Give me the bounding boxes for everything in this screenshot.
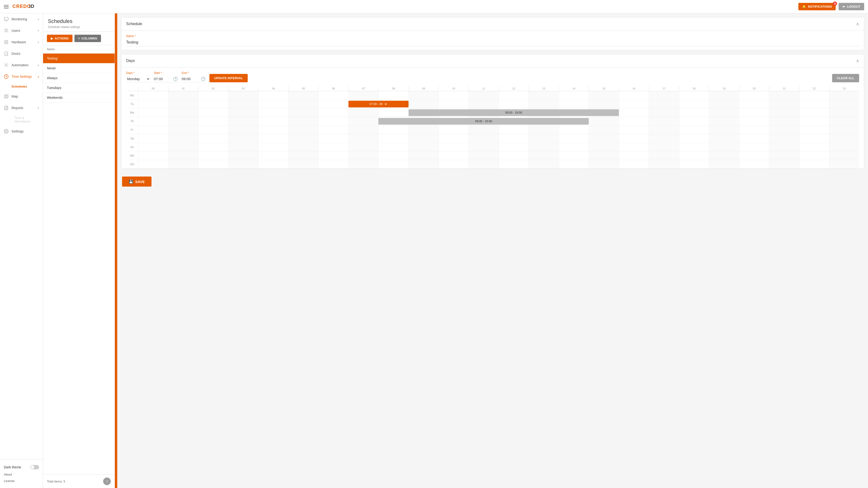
timeline-cell[interactable] — [168, 152, 198, 160]
timeline-cell[interactable] — [348, 91, 379, 99]
timeline-cell[interactable] — [709, 134, 739, 142]
timeline-cell[interactable] — [228, 152, 258, 160]
timeline-cell[interactable] — [378, 91, 408, 99]
clock-icon-end[interactable]: 🕐 — [201, 76, 206, 81]
timeline-cell[interactable] — [469, 100, 499, 108]
timeline-cell[interactable] — [559, 100, 589, 108]
timeline-cell[interactable] — [258, 152, 288, 160]
list-item[interactable]: Weekends — [43, 93, 115, 103]
timeline-cell[interactable] — [799, 152, 829, 160]
timeline-cell[interactable] — [559, 160, 589, 168]
timeline-cell[interactable] — [499, 152, 529, 160]
sidebar-item-map[interactable]: Map — [0, 91, 43, 102]
timeline-cell[interactable] — [408, 126, 439, 134]
timeline-cell[interactable] — [378, 108, 408, 117]
timeline-cell[interactable] — [769, 134, 799, 142]
timeline-cell[interactable] — [679, 152, 709, 160]
timeline-cell[interactable] — [438, 152, 469, 160]
sidebar-item-automation[interactable]: Automation ▾ — [0, 59, 43, 71]
timeline-cell[interactable] — [198, 160, 228, 168]
timeline-cell[interactable] — [589, 160, 619, 168]
start-input[interactable] — [154, 77, 173, 81]
timeline-cell[interactable] — [378, 134, 408, 142]
timeline-cell[interactable] — [438, 91, 469, 99]
timeline-cell[interactable] — [438, 134, 469, 142]
timeline-cell[interactable] — [228, 160, 258, 168]
timeline-cell[interactable] — [829, 160, 859, 168]
timeline-cell[interactable] — [258, 134, 288, 142]
timeline-cell[interactable] — [258, 126, 288, 134]
dark-theme-toggle[interactable] — [30, 465, 39, 469]
timeline-cell[interactable] — [679, 143, 709, 151]
timeline-bar[interactable]: 08:00 - 15:00 — [378, 118, 589, 125]
about-link[interactable]: About — [4, 471, 39, 478]
timeline-cell[interactable] — [168, 126, 198, 134]
timeline-cell[interactable] — [408, 160, 439, 168]
timeline-cell[interactable] — [499, 134, 529, 142]
timeline-cell[interactable] — [739, 100, 769, 108]
timeline-cell[interactable] — [709, 152, 739, 160]
timeline-cell[interactable] — [709, 160, 739, 168]
timeline-cell[interactable] — [679, 100, 709, 108]
timeline-cell[interactable] — [799, 91, 829, 99]
timeline-cell[interactable] — [619, 100, 649, 108]
timeline-cell[interactable] — [438, 126, 469, 134]
timeline-cell[interactable] — [499, 160, 529, 168]
timeline-cell[interactable] — [168, 117, 198, 125]
timeline-cell[interactable] — [198, 134, 228, 142]
timeline-cell[interactable] — [348, 108, 379, 117]
update-interval-button[interactable]: UPDATE INTERVAL — [209, 74, 248, 82]
sidebar-item-users[interactable]: Users ▾ — [0, 25, 43, 36]
timeline-cell[interactable] — [649, 143, 679, 151]
timeline-cell[interactable] — [739, 160, 769, 168]
close-bar-icon[interactable]: ✕ — [384, 102, 387, 106]
timeline-cell[interactable] — [408, 143, 439, 151]
timeline-cell[interactable] — [138, 91, 168, 99]
collapse-icon[interactable]: ∧ — [856, 21, 859, 27]
timeline-cell[interactable] — [228, 126, 258, 134]
timeline-cell[interactable] — [469, 126, 499, 134]
timeline-cell[interactable] — [739, 134, 769, 142]
timeline-cell[interactable] — [469, 152, 499, 160]
timeline-cell[interactable] — [469, 134, 499, 142]
timeline-cell[interactable] — [168, 91, 198, 99]
timeline-cell[interactable] — [258, 108, 288, 117]
timeline-cell[interactable] — [288, 152, 318, 160]
sidebar-item-doors[interactable]: Doors — [0, 48, 43, 59]
timeline-cell[interactable] — [378, 152, 408, 160]
timeline-cell[interactable] — [228, 134, 258, 142]
notifications-button[interactable]: 🔔 NOTIFICATIONS 8 — [798, 3, 836, 10]
timeline-cell[interactable] — [348, 117, 379, 125]
timeline-cell[interactable] — [138, 100, 168, 108]
timeline-cell[interactable] — [258, 160, 288, 168]
timeline-cell[interactable] — [288, 100, 318, 108]
timeline-cell[interactable] — [529, 160, 559, 168]
timeline-cell[interactable] — [318, 143, 348, 151]
timeline-cell[interactable] — [318, 91, 348, 99]
timeline-cell[interactable] — [198, 143, 228, 151]
timeline-cell[interactable] — [799, 126, 829, 134]
timeline-cell[interactable] — [799, 134, 829, 142]
timeline-cell[interactable] — [228, 143, 258, 151]
timeline-cell[interactable] — [378, 143, 408, 151]
timeline-cell[interactable] — [318, 160, 348, 168]
timeline-cell[interactable] — [769, 143, 799, 151]
timeline-cell[interactable] — [288, 117, 318, 125]
timeline-cell[interactable] — [709, 143, 739, 151]
timeline-cell[interactable] — [769, 91, 799, 99]
timeline-cell[interactable] — [649, 134, 679, 142]
timeline-cell[interactable] — [829, 134, 859, 142]
timeline-cell[interactable] — [408, 134, 439, 142]
timeline-cell[interactable] — [529, 134, 559, 142]
timeline-cell[interactable] — [348, 160, 379, 168]
clock-icon[interactable]: 🕐 — [173, 76, 178, 81]
timeline-cell[interactable] — [288, 160, 318, 168]
timeline-cell[interactable] — [288, 126, 318, 134]
timeline-cell[interactable] — [499, 91, 529, 99]
sidebar-item-time-settings[interactable]: Time Settings ▴ — [0, 71, 43, 82]
timeline-bar[interactable]: 09:00 - 16:00 — [408, 109, 619, 116]
timeline-cell[interactable] — [619, 152, 649, 160]
timeline-cell[interactable] — [499, 143, 529, 151]
timeline-cell[interactable] — [769, 126, 799, 134]
timeline-cell[interactable] — [679, 126, 709, 134]
